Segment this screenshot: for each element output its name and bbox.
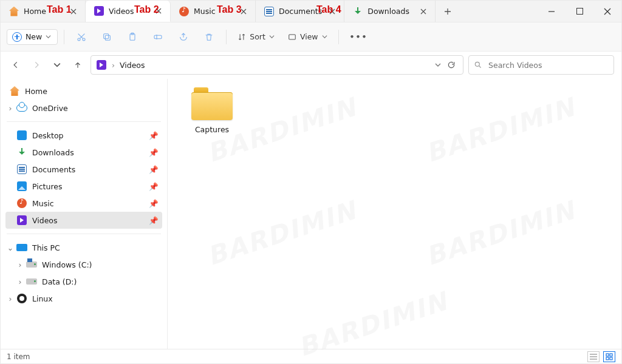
home-icon [9, 86, 20, 96]
this-pc-icon [16, 242, 27, 253]
linux-icon [16, 293, 27, 304]
breadcrumb-dropdown-icon[interactable] [432, 59, 443, 70]
tab-downloads[interactable]: Downloads [344, 1, 436, 22]
downloads-icon [353, 7, 363, 16]
tab-home[interactable]: Home Tab 1 [1, 1, 86, 22]
tab-close-icon[interactable] [68, 6, 79, 17]
tab-documents[interactable]: Documents Tab 4 [256, 1, 344, 22]
address-row: › Videos [1, 52, 621, 78]
tab-label: Documents [279, 7, 322, 16]
minimize-button[interactable] [538, 1, 566, 22]
svg-rect-7 [289, 34, 296, 39]
watermark: BARDIMIN [422, 195, 579, 272]
copy-icon[interactable] [96, 27, 118, 47]
nav-back-button[interactable] [8, 57, 24, 73]
pin-icon: 📌 [149, 131, 159, 140]
svg-rect-10 [610, 354, 612, 356]
view-button[interactable]: View [283, 30, 332, 44]
maximize-button[interactable] [566, 1, 593, 22]
list-item[interactable]: Captures [179, 87, 245, 134]
videos-icon [94, 6, 104, 16]
more-button[interactable]: ••• [345, 30, 373, 44]
search-input[interactable] [487, 60, 609, 70]
tab-close-icon[interactable] [327, 6, 338, 17]
cut-icon[interactable] [70, 27, 92, 47]
sidebar-item-documents[interactable]: Documents 📌 [5, 161, 162, 178]
delete-icon[interactable] [198, 27, 220, 47]
tab-label: Videos [109, 7, 148, 16]
nav-up-button[interactable] [70, 57, 86, 73]
documents-icon [16, 164, 27, 175]
svg-rect-2 [106, 35, 111, 40]
new-button[interactable]: New [7, 29, 58, 45]
chevron-right-icon: › [112, 61, 115, 70]
chevron-down-icon [46, 34, 51, 39]
tab-label: Home [24, 7, 63, 16]
sidebar-item-label: Music [32, 199, 54, 208]
chevron-down-icon[interactable]: ⌄ [7, 243, 14, 252]
window-controls [538, 1, 621, 22]
sidebar-item-this-pc[interactable]: ⌄ This PC [5, 239, 162, 256]
chevron-right-icon[interactable]: › [16, 277, 24, 286]
chevron-down-icon [269, 34, 275, 39]
music-icon [16, 198, 27, 209]
sort-icon [238, 33, 246, 41]
chevron-right-icon[interactable]: › [7, 294, 14, 303]
refresh-button[interactable] [445, 58, 458, 72]
tab-strip: Home Tab 1 Videos Tab 2 Music Tab 3 Docu… [1, 1, 460, 22]
chevron-right-icon[interactable]: › [16, 260, 24, 269]
titlebar-drag-area[interactable] [460, 1, 538, 22]
tab-music[interactable]: Music Tab 3 [171, 1, 256, 22]
chevron-right-icon[interactable]: › [7, 104, 14, 113]
drive-icon [26, 276, 37, 287]
tab-label: Downloads [367, 7, 413, 16]
sidebar-item-onedrive[interactable]: › OneDrive [5, 99, 162, 116]
sidebar-item-label: Home [25, 87, 47, 96]
tab-close-icon[interactable] [238, 6, 249, 17]
content-pane[interactable]: BARDIMIN BARDIMIN BARDIMIN BARDIMIN BARD… [168, 79, 621, 349]
svg-rect-3 [104, 33, 109, 38]
search-icon [474, 61, 482, 69]
pictures-icon [16, 181, 27, 192]
sidebar-item-pictures[interactable]: Pictures 📌 [5, 178, 162, 195]
sidebar-item-label: Videos [32, 216, 58, 225]
sidebar-item-music[interactable]: Music 📌 [5, 195, 162, 212]
thumbnails-view-button[interactable] [603, 351, 615, 362]
sidebar-item-label: Data (D:) [42, 277, 77, 286]
sort-button[interactable]: Sort [233, 30, 279, 44]
separator [64, 30, 64, 44]
breadcrumb[interactable]: › Videos [91, 55, 463, 75]
sidebar-item-label: Linux [32, 294, 53, 303]
tab-close-icon[interactable] [418, 6, 429, 17]
details-view-button[interactable] [587, 351, 600, 362]
search-box[interactable] [468, 55, 614, 75]
sidebar-item-label: This PC [32, 243, 60, 252]
sidebar-item-label: Windows (C:) [42, 260, 92, 269]
sidebar-item-drive-c[interactable]: › Windows (C:) [5, 256, 162, 273]
sidebar-item-drive-d[interactable]: › Data (D:) [5, 273, 162, 290]
music-icon [179, 7, 189, 16]
sidebar-item-videos[interactable]: Videos 📌 [5, 212, 162, 229]
breadcrumb-segment[interactable]: Videos [120, 61, 145, 70]
tab-close-icon[interactable] [153, 5, 164, 16]
downloads-icon [16, 147, 27, 158]
sidebar-item-label: Documents [32, 165, 75, 174]
status-bar: 1 item [1, 349, 621, 363]
sidebar-item-downloads[interactable]: Downloads 📌 [5, 144, 162, 161]
close-window-button[interactable] [593, 1, 621, 22]
sidebar-item-desktop[interactable]: Desktop 📌 [5, 127, 162, 144]
rename-icon[interactable] [147, 27, 169, 47]
tab-videos[interactable]: Videos Tab 2 [86, 1, 171, 22]
paste-icon[interactable] [121, 27, 143, 47]
pin-icon: 📌 [149, 182, 159, 191]
nav-forward-button[interactable] [29, 57, 44, 73]
share-icon[interactable] [173, 27, 194, 47]
pin-icon: 📌 [149, 199, 159, 208]
sidebar-item-linux[interactable]: › Linux [5, 290, 162, 307]
add-tab-button[interactable] [436, 1, 460, 22]
sidebar-item-label: OneDrive [32, 104, 68, 113]
sidebar-item-home[interactable]: Home [5, 83, 162, 99]
nav-recent-button[interactable] [49, 57, 65, 73]
svg-rect-6 [154, 35, 162, 38]
separator [338, 30, 339, 44]
